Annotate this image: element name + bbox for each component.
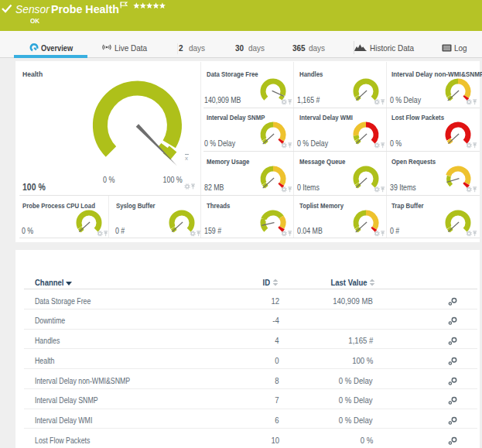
svg-text:x: x xyxy=(185,155,188,161)
